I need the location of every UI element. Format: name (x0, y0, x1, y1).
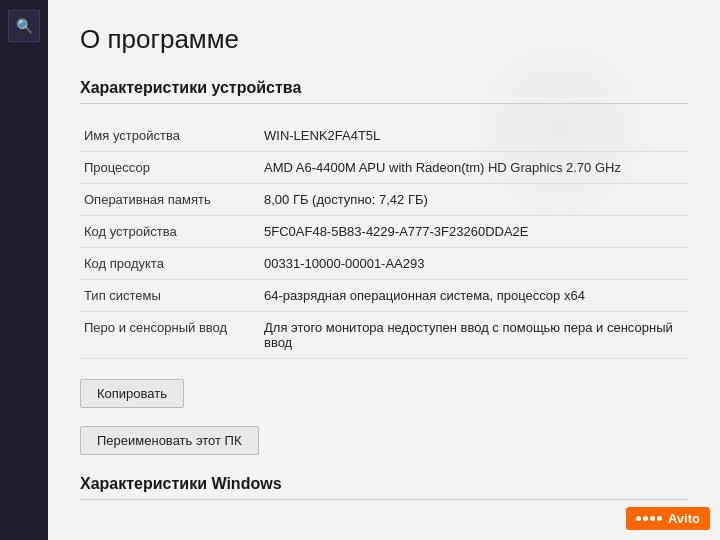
avito-dot-3 (650, 516, 655, 521)
windows-section-title: Характеристики Windows (80, 475, 688, 500)
avito-dots (636, 516, 662, 521)
main-content: О программе Характеристики устройства Им… (48, 0, 720, 540)
row-label: Процессор (80, 152, 260, 184)
table-row: Имя устройстваWIN-LENK2FA4T5L (80, 120, 688, 152)
avito-label: Avito (668, 511, 700, 526)
sidebar: 🔍 (0, 0, 48, 540)
row-value: AMD A6-4400M APU with Radeon(tm) HD Grap… (260, 152, 688, 184)
search-button[interactable]: 🔍 (8, 10, 40, 42)
row-value: 8,00 ГБ (доступно: 7,42 ГБ) (260, 184, 688, 216)
device-section: Характеристики устройства Имя устройства… (80, 79, 688, 465)
row-value: 00331-10000-00001-AA293 (260, 248, 688, 280)
table-row: Тип системы64-разрядная операционная сис… (80, 280, 688, 312)
row-label: Перо и сенсорный ввод (80, 312, 260, 359)
rename-button[interactable]: Переименовать этот ПК (80, 426, 259, 455)
avito-badge: Avito (626, 507, 710, 530)
copy-button[interactable]: Копировать (80, 379, 184, 408)
table-row: ПроцессорAMD A6-4400M APU with Radeon(tm… (80, 152, 688, 184)
row-label: Код устройства (80, 216, 260, 248)
avito-dot-4 (657, 516, 662, 521)
table-row: Перо и сенсорный вводДля этого монитора … (80, 312, 688, 359)
row-value: Для этого монитора недоступен ввод с пом… (260, 312, 688, 359)
device-section-title: Характеристики устройства (80, 79, 688, 104)
device-info-table: Имя устройстваWIN-LENK2FA4T5LПроцессорAM… (80, 120, 688, 359)
table-row: Код устройства5FC0AF48-5B83-4229-A777-3F… (80, 216, 688, 248)
table-row: Код продукта00331-10000-00001-AA293 (80, 248, 688, 280)
row-value: WIN-LENK2FA4T5L (260, 120, 688, 152)
row-value: 5FC0AF48-5B83-4229-A777-3F23260DDA2E (260, 216, 688, 248)
windows-section: Характеристики Windows (80, 475, 688, 500)
search-icon: 🔍 (16, 18, 33, 34)
row-label: Оперативная память (80, 184, 260, 216)
page-title: О программе (80, 24, 688, 55)
row-label: Тип системы (80, 280, 260, 312)
rename-button-row: Переименовать этот ПК (80, 426, 688, 465)
avito-dot-2 (643, 516, 648, 521)
row-value: 64-разрядная операционная система, проце… (260, 280, 688, 312)
table-row: Оперативная память8,00 ГБ (доступно: 7,4… (80, 184, 688, 216)
copy-button-row: Копировать (80, 379, 688, 418)
row-label: Код продукта (80, 248, 260, 280)
row-label: Имя устройства (80, 120, 260, 152)
avito-dot-1 (636, 516, 641, 521)
